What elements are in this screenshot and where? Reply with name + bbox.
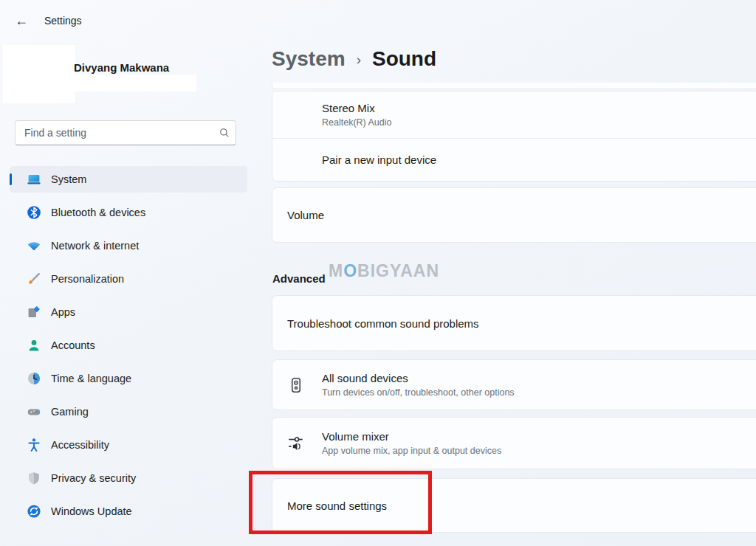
speaker-grille-icon	[287, 376, 305, 394]
more-sound-settings-row[interactable]: More sound settings	[272, 478, 756, 533]
advanced-section-label: Advanced	[272, 272, 326, 285]
pair-new-input-device-row[interactable]: Pair a new input device	[272, 139, 756, 181]
partial-card-above	[272, 83, 756, 89]
row-subtitle: App volume mix, app input & output devic…	[322, 446, 501, 456]
volume-mixer-row[interactable]: Volume mixer App volume mix, app input &…	[272, 417, 756, 469]
accessibility-icon	[27, 438, 41, 452]
breadcrumb: System › Sound	[272, 47, 436, 71]
row-subtitle: Realtek(R) Audio	[322, 117, 756, 128]
row-title: Troubleshoot common sound problems	[287, 317, 479, 330]
search-icon[interactable]	[213, 127, 236, 139]
back-arrow-icon: ←	[15, 13, 28, 29]
sidebar: Divyang Makwana	[0, 41, 257, 546]
sidebar-item-label: Personalization	[51, 273, 124, 285]
row-title: More sound settings	[287, 500, 387, 512]
row-title: Volume mixer	[322, 430, 501, 443]
sidebar-item-label: Gaming	[51, 406, 89, 418]
sidebar-item-gaming[interactable]: Gaming	[10, 398, 247, 425]
bluetooth-icon	[27, 205, 41, 220]
accounts-icon	[27, 338, 41, 353]
sidebar-item-windows-update[interactable]: Windows Update	[10, 498, 247, 525]
window-title: Settings	[44, 15, 82, 27]
windows-update-icon	[27, 504, 41, 519]
settings-window: ← Settings Divyang Makwana	[0, 0, 756, 546]
search-input[interactable]	[16, 127, 213, 139]
sidebar-item-privacy-security[interactable]: Privacy & security	[10, 465, 247, 491]
titlebar: ← Settings	[0, 0, 756, 41]
system-icon	[27, 172, 41, 187]
time-language-icon	[27, 371, 41, 386]
sidebar-item-label: Apps	[51, 306, 75, 318]
sidebar-item-bluetooth-devices[interactable]: Bluetooth & devices	[10, 199, 247, 226]
sidebar-item-personalization[interactable]: Personalization	[10, 266, 247, 292]
all-sound-devices-row[interactable]: All sound devices Turn devices on/off, t…	[272, 359, 756, 410]
sidebar-item-accounts[interactable]: Accounts	[10, 332, 247, 359]
row-title: All sound devices	[322, 372, 515, 384]
apps-icon	[27, 305, 41, 319]
privacy-security-icon	[27, 471, 41, 485]
sidebar-item-label: Accessibility	[51, 439, 109, 451]
volume-row[interactable]: Volume	[272, 187, 756, 243]
stereo-mix-row[interactable]: Stereo Mix Realtek(R) Audio	[272, 91, 756, 139]
page-title: Sound	[372, 47, 436, 71]
network-icon	[27, 238, 41, 253]
row-title: Pair a new input device	[322, 153, 436, 166]
sidebar-item-system[interactable]: System	[10, 166, 247, 193]
sidebar-item-apps[interactable]: Apps	[10, 299, 247, 325]
row-title: Stereo Mix	[322, 102, 756, 114]
row-title: Volume	[287, 209, 324, 221]
redaction-box-avatar	[3, 45, 75, 103]
personalization-icon	[27, 272, 41, 286]
sidebar-item-time-language[interactable]: Time & language	[10, 365, 247, 392]
sidebar-item-label: Privacy & security	[51, 472, 136, 484]
gaming-icon	[27, 404, 41, 419]
troubleshoot-row[interactable]: Troubleshoot common sound problems	[272, 295, 756, 351]
back-button[interactable]: ←	[10, 10, 32, 32]
chevron-right-icon: ›	[357, 52, 361, 68]
sidebar-item-label: Network & internet	[51, 240, 139, 252]
sidebar-item-label: Bluetooth & devices	[51, 207, 145, 218]
volume-mixer-icon	[287, 435, 305, 452]
sidebar-item-network-internet[interactable]: Network & internet	[10, 232, 247, 259]
sidebar-nav: System Bluetooth & devices	[10, 166, 247, 531]
selection-indicator	[10, 173, 12, 185]
input-devices-card: Stereo Mix Realtek(R) Audio Pair a new i…	[272, 91, 756, 182]
profile-name: Divyang Makwana	[74, 61, 169, 74]
mobigyaan-watermark: MOBIGYAAN	[329, 261, 439, 281]
sidebar-item-label: Accounts	[51, 339, 95, 351]
row-subtitle: Turn devices on/off, troubleshoot, other…	[322, 387, 515, 398]
sidebar-item-label: Windows Update	[51, 505, 132, 517]
search-box[interactable]	[15, 120, 236, 145]
redaction-box-email	[75, 75, 196, 91]
sidebar-item-accessibility[interactable]: Accessibility	[10, 432, 247, 458]
breadcrumb-system[interactable]: System	[272, 47, 346, 71]
sidebar-item-label: Time & language	[51, 373, 131, 384]
sidebar-item-label: System	[51, 173, 86, 185]
